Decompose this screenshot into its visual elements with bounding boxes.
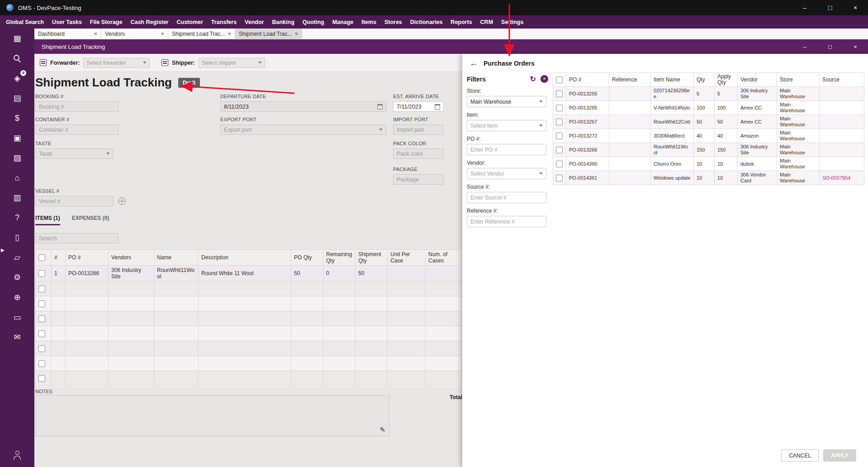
source-link[interactable] <box>820 143 864 157</box>
po-link[interactable]: PO-0013272 <box>566 129 609 143</box>
menu-item[interactable]: Customer <box>172 15 207 29</box>
tab[interactable]: Vendors × <box>101 29 168 39</box>
tag-icon[interactable]: ◈ 9 <box>0 68 34 88</box>
po-link[interactable]: PO-0013266 <box>566 143 609 157</box>
source-link[interactable] <box>820 87 864 101</box>
column-header[interactable]: Description <box>199 250 291 266</box>
column-header[interactable]: PO # <box>66 250 109 266</box>
menu-item[interactable]: Banking <box>268 15 298 29</box>
export-port-select[interactable]: Export port <box>220 124 386 135</box>
row-checkbox[interactable] <box>556 175 563 181</box>
column-header[interactable]: Reference <box>609 73 651 87</box>
source-link[interactable] <box>820 115 864 129</box>
departure-date-input[interactable]: 8/11/2023 <box>220 101 386 112</box>
menu-item[interactable]: Manage <box>328 15 358 29</box>
minimize-icon[interactable]: – <box>792 39 817 54</box>
menu-item[interactable]: Items <box>357 15 380 29</box>
po-link[interactable]: PO-0013266 <box>66 266 109 281</box>
source-number-input[interactable]: Enter Source # <box>467 192 546 203</box>
est-arrive-date-input[interactable]: 7/11/2023 <box>393 101 444 112</box>
column-header[interactable]: Qty <box>694 73 715 87</box>
source-link[interactable] <box>820 129 864 143</box>
dashboard-icon[interactable]: ▦ <box>0 29 34 48</box>
tab-close-icon[interactable]: × <box>94 30 97 37</box>
po-table-row[interactable]: PO-0013266 RounWhit11Wool 150 150 306 In… <box>553 143 864 157</box>
cancel-button[interactable]: CANCEL <box>781 449 819 462</box>
menu-item[interactable]: Cash Register <box>126 15 172 29</box>
menu-item[interactable]: Stores <box>380 15 406 29</box>
minimize-icon[interactable]: – <box>792 0 817 15</box>
import-port-input[interactable]: Import port <box>393 124 444 135</box>
user-icon[interactable] <box>0 447 34 463</box>
menu-item[interactable]: Vendor <box>241 15 268 29</box>
tab[interactable]: Shipment Load Trac... × <box>235 29 302 39</box>
column-header[interactable]: PO Qty <box>291 250 323 266</box>
forwarder-select[interactable]: Select forwarder <box>83 58 150 68</box>
tab-close-icon[interactable]: × <box>228 30 231 37</box>
row-checkbox[interactable] <box>556 105 563 111</box>
source-link[interactable] <box>820 157 864 171</box>
po-number-input[interactable]: Enter PO # <box>467 144 546 155</box>
monitor-icon[interactable]: ▭ <box>0 307 34 327</box>
po-link[interactable]: PO-0013265 <box>566 101 609 115</box>
gear-icon[interactable]: ⚙ <box>0 267 34 287</box>
edit-notes-icon[interactable]: ✎ <box>379 426 385 434</box>
close-icon[interactable]: × <box>843 39 868 54</box>
po-table-row[interactable]: PO-0013272 3030MattRect 40 40 Amazon Mai… <box>553 129 864 143</box>
row-checkbox[interactable] <box>38 286 45 292</box>
table-row[interactable]: 1 PO-0013266 306 Industry Site RounWhit1… <box>36 266 462 281</box>
row-checkbox[interactable] <box>38 270 45 277</box>
row-checkbox[interactable] <box>556 161 563 167</box>
restore-icon[interactable]: □ <box>817 39 843 54</box>
clipboard-icon[interactable]: ▯ <box>0 228 34 248</box>
column-header[interactable]: PO # <box>566 73 609 87</box>
vendor-link[interactable]: 306 Industry Site <box>109 266 154 281</box>
booking-input[interactable]: Booking # <box>35 101 119 112</box>
column-header[interactable]: Item Name <box>651 73 694 87</box>
clipboard-question-icon[interactable]: ? <box>0 208 34 228</box>
po-link[interactable]: PO-0014360 <box>566 157 609 171</box>
menu-item[interactable]: File Storage <box>86 15 127 29</box>
tab-close-icon[interactable]: × <box>161 30 164 37</box>
restore-icon[interactable]: □ <box>817 0 843 15</box>
tab-items[interactable]: ITEMS (1) <box>35 215 60 225</box>
select-all-checkbox[interactable] <box>38 254 45 261</box>
apply-button[interactable]: APPLY <box>823 449 856 462</box>
menu-item[interactable]: Reports <box>446 15 476 29</box>
row-checkbox[interactable] <box>556 147 563 153</box>
globe-icon[interactable]: ⊕ <box>0 287 34 307</box>
menu-item[interactable]: Dictionaries <box>406 15 447 29</box>
row-checkbox[interactable] <box>556 119 563 125</box>
tags-icon[interactable]: ▱ <box>0 248 34 267</box>
row-checkbox[interactable] <box>556 91 563 97</box>
cash-icon[interactable]: $ <box>0 108 34 128</box>
select-all-checkbox[interactable] <box>556 76 563 83</box>
row-checkbox[interactable] <box>38 360 45 367</box>
pack-color-input[interactable]: Pack color <box>393 148 444 159</box>
back-arrow-icon[interactable]: ← <box>470 58 478 68</box>
po-table-row[interactable]: PO-0014360 Churro Oreo 10 10 dubok Main … <box>553 157 864 171</box>
menu-item[interactable]: CRM <box>476 15 497 29</box>
globe-lookup-icon[interactable] <box>118 197 126 205</box>
row-checkbox[interactable] <box>38 375 45 382</box>
po-table-row[interactable]: PO-0014361 Windows update 10 10 306 Vend… <box>553 171 864 185</box>
po-link[interactable]: PO-0013267 <box>566 115 609 129</box>
tab-close-icon[interactable]: × <box>294 30 298 37</box>
vendor-select[interactable]: Select Vendor <box>467 168 546 179</box>
column-header[interactable]: Num. of Cases <box>426 250 462 266</box>
column-header[interactable]: Remaining Qty <box>323 250 356 266</box>
reference-number-input[interactable]: Enter Reference # <box>467 216 546 227</box>
store-select[interactable]: Main Warehouse <box>467 96 546 107</box>
menu-item[interactable]: Settings <box>497 15 527 29</box>
chat-icon[interactable]: ✉ <box>0 327 34 347</box>
column-header[interactable]: Vendor <box>738 73 777 87</box>
menu-item[interactable]: User Tasks <box>48 15 86 29</box>
store-icon[interactable]: ⌂ <box>0 168 34 188</box>
column-header[interactable]: # <box>52 250 66 266</box>
po-table-row[interactable]: PO-0013265 V-NeWhit14Nylo 100 100 Amex C… <box>553 101 864 115</box>
po-table-row[interactable]: PO-0013267 RounWhit12Cott 50 50 Amex CC … <box>553 115 864 129</box>
vessel-input[interactable]: Vessel # <box>35 196 114 206</box>
sidebar-expand-icon[interactable]: ▶ <box>1 248 5 253</box>
row-checkbox[interactable] <box>38 315 45 322</box>
items-search-input[interactable]: Search <box>35 233 119 243</box>
